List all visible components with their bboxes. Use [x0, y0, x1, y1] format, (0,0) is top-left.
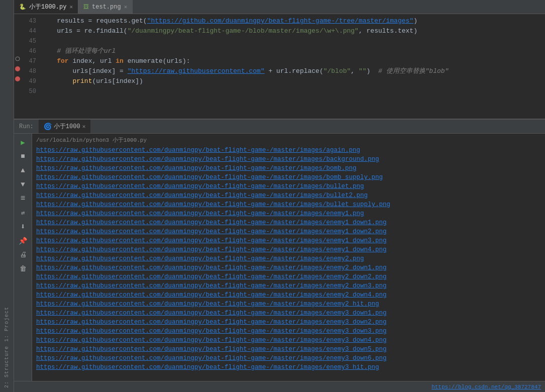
lineno-43: 43 — [21, 16, 41, 26]
output-link-enemy3-down4[interactable]: https://raw.githubusercontent.com/duanmi… — [36, 336, 541, 345]
gutter-48 — [14, 66, 21, 71]
output-link-enemy3-hit[interactable]: https://raw.githubusercontent.com/duanmi… — [36, 363, 541, 372]
settings-button[interactable]: ≡ — [18, 193, 29, 204]
run-toolbar: ▶ ■ ▲ ▼ ≡ ⇄ ⬇ 📌 🖨 🗑 — [14, 134, 32, 381]
output-link-enemy1-down3[interactable]: https://raw.githubusercontent.com/duanmi… — [36, 236, 541, 245]
lineno-46: 46 — [21, 46, 41, 56]
linecontent-49: print(urls[index]) — [41, 76, 545, 86]
output-link-bullet[interactable]: https://raw.githubusercontent.com/duanmi… — [36, 182, 541, 191]
wrap-button[interactable]: ⇄ — [18, 207, 29, 218]
tab-py-close[interactable]: ✕ — [69, 4, 73, 10]
linecontent-46: # 循环处理每个url — [41, 46, 545, 56]
breakpoint-48[interactable] — [15, 66, 20, 71]
output-link-enemy3-down3[interactable]: https://raw.githubusercontent.com/duanmi… — [36, 327, 541, 336]
clear-button[interactable]: 🗑 — [18, 263, 29, 274]
status-bar: https://blog.csdn.net/qq_38727847 — [14, 381, 545, 392]
lineno-44: 44 — [21, 26, 41, 36]
output-link-bomb-supply[interactable]: https://raw.githubusercontent.com/duanmi… — [36, 173, 541, 182]
output-link-background[interactable]: https://raw.githubusercontent.com/duanmi… — [36, 155, 541, 164]
stop-button[interactable]: ■ — [18, 151, 29, 162]
run-tab-label: 小于1000 — [54, 122, 80, 131]
output-link-enemy2[interactable]: https://raw.githubusercontent.com/duanmi… — [36, 254, 541, 263]
tab-png-label: test.png — [92, 4, 121, 11]
output-link-enemy1-down2[interactable]: https://raw.githubusercontent.com/duanmi… — [36, 227, 541, 236]
output-link-enemy1-down4[interactable]: https://raw.githubusercontent.com/duanmi… — [36, 245, 541, 254]
tab-png-close[interactable]: ✕ — [124, 4, 128, 10]
output-link-enemy3-down1[interactable]: https://raw.githubusercontent.com/duanmi… — [36, 309, 541, 318]
run-label: Run: — [14, 123, 39, 130]
lineno-47: 47 — [21, 56, 41, 66]
code-line-44: 44 urls = re.findall("/duanmingpy/beat-f… — [14, 26, 545, 36]
lineno-50: 50 — [21, 86, 41, 96]
output-link-enemy2-hit[interactable]: https://raw.githubusercontent.com/duanmi… — [36, 300, 541, 309]
run-tab-bar: Run: 🌀 小于1000 ✕ — [14, 120, 545, 134]
lineno-48: 48 — [21, 66, 41, 76]
lineno-45: 45 — [21, 36, 41, 46]
linecontent-44: urls = re.findall("/duanmingpy/beat-flig… — [41, 26, 545, 36]
output-link-enemy2-down3[interactable]: https://raw.githubusercontent.com/duanmi… — [36, 281, 541, 290]
output-link-bullet2[interactable]: https://raw.githubusercontent.com/duanmi… — [36, 191, 541, 200]
code-line-43: 43 results = requests.get("https://githu… — [14, 16, 545, 26]
run-content: ▶ ■ ▲ ▼ ≡ ⇄ ⬇ 📌 🖨 🗑 /usr/local/bin/pytho… — [14, 134, 545, 381]
output-link-enemy2-down2[interactable]: https://raw.githubusercontent.com/duanmi… — [36, 272, 541, 281]
gutter-49 — [14, 76, 21, 81]
png-icon: 🖼 — [83, 4, 89, 10]
breakpoint-49[interactable] — [15, 76, 20, 81]
pin-button[interactable]: 📌 — [18, 235, 29, 246]
output-link-enemy3-down6[interactable]: https://raw.githubusercontent.com/duanmi… — [36, 354, 541, 363]
linecontent-43: results = requests.get("https://github.c… — [41, 16, 545, 26]
scroll-down-button[interactable]: ▼ — [18, 179, 29, 190]
tab-py[interactable]: 🐍 小于1000.py ✕ — [14, 0, 78, 14]
project-label: 1: Project — [4, 307, 10, 342]
run-tab-icon: 🌀 — [44, 123, 52, 131]
tab-py-label: 小于1000.py — [29, 3, 66, 11]
output-link-enemy3-down5[interactable]: https://raw.githubusercontent.com/duanmi… — [36, 345, 541, 354]
output-link-again[interactable]: https://raw.githubusercontent.com/duanmi… — [36, 146, 541, 155]
run-tab[interactable]: 🌀 小于1000 ✕ — [39, 120, 90, 133]
svg-point-0 — [16, 57, 20, 61]
run-panel: Run: 🌀 小于1000 ✕ ▶ ■ ▲ ▼ ≡ ⇄ ⬇ 📌 🖨 🗑 — [14, 120, 545, 381]
output-link-enemy1-down1[interactable]: https://raw.githubusercontent.com/duanmi… — [36, 218, 541, 227]
run-button[interactable]: ▶ — [18, 137, 29, 148]
output-link-enemy3-down2[interactable]: https://raw.githubusercontent.com/duanmi… — [36, 318, 541, 327]
import-button[interactable]: ⬇ — [18, 221, 29, 232]
code-line-49: 49 print(urls[index]) — [14, 76, 545, 86]
output-link-bomb[interactable]: https://raw.githubusercontent.com/duanmi… — [36, 164, 541, 173]
code-line-45: 45 — [14, 36, 545, 46]
code-editor: 43 results = requests.get("https://githu… — [14, 14, 545, 120]
left-toolbar[interactable]: 1: Project 2: Structure — [0, 0, 14, 392]
py-icon: 🐍 — [19, 4, 26, 10]
output-area[interactable]: /usr/local/bin/python3 小于1000.py https:/… — [32, 134, 545, 381]
output-line-header: /usr/local/bin/python3 小于1000.py — [36, 136, 541, 145]
code-line-50: 50 — [14, 86, 545, 96]
code-line-47: 47 for index, url in enumerate(urls): — [14, 56, 545, 66]
status-link[interactable]: https://blog.csdn.net/qq_38727847 — [431, 384, 541, 390]
tab-png[interactable]: 🖼 test.png ✕ — [78, 0, 133, 14]
scroll-up-button[interactable]: ▲ — [18, 165, 29, 176]
output-link-bullet-supply[interactable]: https://raw.githubusercontent.com/duanmi… — [36, 200, 541, 209]
main-area: 🐍 小于1000.py ✕ 🖼 test.png ✕ 43 results = … — [14, 0, 545, 392]
output-link-enemy2-down1[interactable]: https://raw.githubusercontent.com/duanmi… — [36, 263, 541, 272]
linecontent-48: urls[index] = "https://raw.githubusercon… — [41, 66, 545, 76]
linecontent-47: for index, url in enumerate(urls): — [41, 56, 545, 66]
tab-bar: 🐍 小于1000.py ✕ 🖼 test.png ✕ — [14, 0, 545, 14]
output-link-enemy2-down4[interactable]: https://raw.githubusercontent.com/duanmi… — [36, 290, 541, 300]
run-tab-close[interactable]: ✕ — [82, 123, 86, 130]
code-line-46: 46 # 循环处理每个url — [14, 46, 545, 56]
lineno-49: 49 — [21, 76, 41, 86]
code-line-48: 48 urls[index] = "https://raw.githubuser… — [14, 66, 545, 76]
print-button[interactable]: 🖨 — [18, 249, 29, 260]
code-lines: 43 results = requests.get("https://githu… — [14, 14, 545, 99]
gutter-47 — [14, 56, 21, 61]
output-link-enemy1[interactable]: https://raw.githubusercontent.com/duanmi… — [36, 209, 541, 218]
structure-label: 2: Structure — [4, 346, 10, 388]
